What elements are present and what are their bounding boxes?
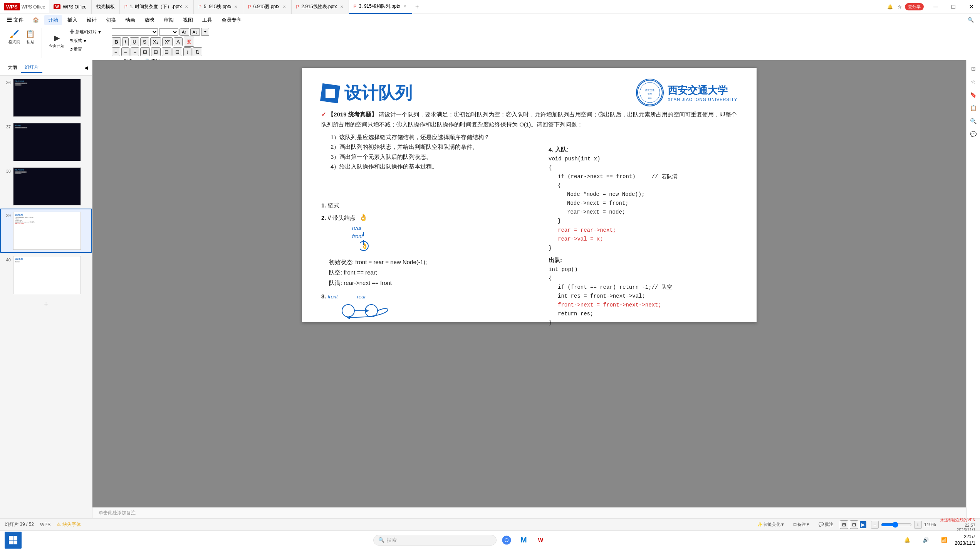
menu-view[interactable]: 视图 — [179, 15, 197, 25]
tab-4-close[interactable]: ✕ — [339, 4, 344, 10]
menu-transition[interactable]: 切换 — [102, 15, 120, 25]
annotation-bar[interactable]: 单击此处添加备注 — [92, 507, 966, 518]
smart-btn[interactable]: ✨ 智能美化▼ — [755, 520, 787, 529]
dir-btn[interactable]: ⇅ — [193, 47, 202, 56]
line-space-btn[interactable]: ↕ — [183, 47, 191, 56]
font-decrease-btn[interactable]: A↓ — [190, 28, 200, 36]
underline-btn[interactable]: U — [130, 37, 139, 46]
panel-tab-slides[interactable]: 幻灯片 — [21, 62, 42, 73]
italic-btn[interactable]: I — [122, 37, 129, 46]
slide-thumb-37[interactable]: 37 栈和队列 ▓▓▓▓▓▓▓▓▓▓▓▓▓▓▓ — [0, 120, 92, 164]
font-size-select[interactable] — [159, 28, 178, 36]
font-increase-btn[interactable]: A↑ — [180, 28, 189, 36]
status-bar: 幻灯片 39 / 52 WPS ⚠ 缺失字体 ✨ 智能美化▼ ⊡ 备注▼ 💬 批… — [0, 518, 980, 530]
taskbar-search[interactable]: 🔍 搜索 — [373, 535, 497, 546]
zoom-plus-btn[interactable]: + — [914, 521, 922, 529]
tab-3-close[interactable]: ✕ — [282, 4, 287, 10]
maximize-btn[interactable]: □ — [945, 0, 962, 14]
zoom-minus-btn[interactable]: − — [871, 521, 879, 529]
align-right-btn[interactable]: ≡ — [131, 47, 139, 56]
play-btn[interactable]: ▶ 今页开始 — [47, 32, 67, 50]
taskbar-wps[interactable]: W — [534, 533, 547, 547]
right-tool-star[interactable]: ☆ — [968, 76, 979, 87]
close-btn[interactable]: ✕ — [962, 0, 980, 14]
start-btn[interactable] — [5, 532, 22, 549]
slide-thumb-38[interactable]: 38 用队列实现栈 ▓▓▓▓▓▓▓▓▓▓▓▓▓▓ ▓▓▓▓▓▓▓▓ — [0, 164, 92, 209]
menu-tools[interactable]: 工具 — [198, 15, 216, 25]
panel-collapse-btn[interactable]: ◀ — [84, 65, 88, 71]
view-list-btn[interactable]: ⊡ — [850, 520, 858, 529]
format-painter-btn[interactable]: 🖌️ 格式刷 — [6, 28, 22, 46]
taskbar-wifi-icon[interactable]: 📶 — [936, 532, 952, 548]
minimize-btn[interactable]: ─ — [927, 0, 945, 14]
strikethrough-btn[interactable]: S — [140, 37, 149, 46]
menu-slide-show[interactable]: 放映 — [141, 15, 158, 25]
panel-tab-outline[interactable]: 大纲 — [4, 63, 21, 72]
taskbar-browser2[interactable]: M — [517, 533, 530, 547]
right-tool-2[interactable]: 🔖 — [968, 89, 979, 100]
tab-4[interactable]: P 2.915线性表.pptx ✕ — [292, 0, 349, 14]
right-tool-1[interactable]: ⊡ — [968, 63, 979, 74]
tab-template[interactable]: 找壳模板 — [92, 0, 120, 14]
menu-animation[interactable]: 动画 — [121, 15, 139, 25]
new-tab-btn[interactable]: + — [412, 3, 422, 10]
slide-thumb-39[interactable]: 39 设计队列 【2019统考真题】请设计一个队列... 1. 链式 2. //… — [0, 209, 92, 253]
taskbar-notification-icon[interactable]: 🔔 — [899, 532, 915, 548]
layout-btn[interactable]: ⊞ 版式 ▼ — [67, 37, 104, 45]
menu-design[interactable]: 设计 — [83, 15, 101, 25]
menu-file[interactable]: ☰ 文件 — [3, 15, 27, 25]
indent-btn[interactable]: ⊟ — [162, 47, 171, 56]
view-grid-btn[interactable]: ⊞ — [840, 520, 848, 529]
menu-insert[interactable]: 插入 — [64, 15, 81, 25]
menu-member[interactable]: 会员专享 — [218, 15, 245, 25]
view-play-btn[interactable]: ▶ — [860, 521, 866, 528]
menu-review[interactable]: 审阅 — [160, 15, 178, 25]
tab-1[interactable]: P 1. 时间复杂度（下）.pptx ✕ — [120, 0, 194, 14]
shape-dropdown-btn[interactable]: △ 形状 ▼ — [118, 57, 140, 60]
tab-5-active[interactable]: P 3. 915栈和队列.pptx ✕ — [349, 0, 412, 14]
tab-5-close[interactable]: ✕ — [403, 3, 407, 9]
tab-3[interactable]: P 6.915图.pptx ✕ — [243, 0, 291, 14]
upgrade-btn[interactable]: 去分享 — [905, 3, 924, 10]
highlight-btn[interactable]: 变 — [184, 37, 194, 47]
reset-btn[interactable]: ↺ 重置 — [67, 45, 104, 54]
tab-2[interactable]: P 5. 915栈.pptx ✕ — [194, 0, 243, 14]
align-left-btn[interactable]: ≡ — [112, 47, 120, 56]
menu-start[interactable]: 开始 — [44, 15, 62, 25]
taskbar-left — [0, 532, 26, 549]
col-btn[interactable]: ⊟ — [173, 47, 182, 56]
search-btn[interactable]: 🔍 — [965, 15, 977, 24]
right-tool-5[interactable]: 💬 — [968, 129, 979, 140]
tab-1-close[interactable]: ✕ — [184, 4, 189, 10]
zoom-control: − + 119% — [871, 521, 936, 529]
right-tool-3[interactable]: 📋 — [968, 103, 979, 113]
font-color-btn[interactable]: A — [174, 37, 183, 46]
list-bullet-btn[interactable]: ⊟ — [140, 47, 150, 56]
subscript-btn[interactable]: X₂ — [150, 37, 161, 46]
notification-icon[interactable]: 🔔 — [886, 3, 894, 11]
font-row-3: ≡ ≡ ≡ ⊟ ⊟ ⊟ ⊟ ↕ ⇅ — [112, 47, 209, 56]
bold-btn[interactable]: B — [112, 37, 121, 46]
star-icon[interactable]: ☆ — [896, 3, 903, 11]
add-slide-btn[interactable]: + — [0, 297, 92, 312]
right-tool-4[interactable]: 🔍 — [968, 116, 979, 126]
slide-thumb-36[interactable]: 36 用队列实现栈 ▓▓▓▓▓▓▓▓▓▓▓▓▓▓▓ ▓▓▓▓▓▓▓▓ — [0, 76, 92, 120]
slide-canvas-area[interactable]: 西安交通 大学 1896 西安交通大学 XI'AN JIAOTONG UNIVE… — [92, 60, 966, 507]
clear-format-btn[interactable]: ✦ — [201, 28, 209, 36]
find-btn[interactable]: 🔍 查找 ▼ — [143, 57, 167, 60]
slide-thumb-40[interactable]: 40 设计队列 相关内容... — [0, 253, 92, 297]
font-family-select[interactable] — [112, 28, 158, 36]
tab-2-close[interactable]: ✕ — [233, 4, 238, 10]
tab-wps-home[interactable]: W WPS Office — [49, 0, 91, 14]
list-num-btn[interactable]: ⊟ — [151, 47, 161, 56]
menu-home[interactable]: 🏠 — [29, 15, 43, 24]
zoom-slider[interactable] — [881, 522, 912, 528]
align-center-btn[interactable]: ≡ — [121, 47, 130, 56]
paste-btn[interactable]: 📋 粘贴 — [23, 28, 39, 46]
new-slide-btn[interactable]: ➕ 新建幻灯片 ▼ — [67, 28, 104, 36]
backup-btn[interactable]: ⊡ 备注▼ — [791, 520, 812, 529]
taskbar-chrome[interactable] — [500, 533, 513, 547]
taskbar-volume-icon[interactable]: 🔊 — [918, 532, 933, 548]
comment-btn[interactable]: 💬 批注 — [817, 520, 835, 529]
superscript-btn[interactable]: X² — [162, 37, 173, 46]
